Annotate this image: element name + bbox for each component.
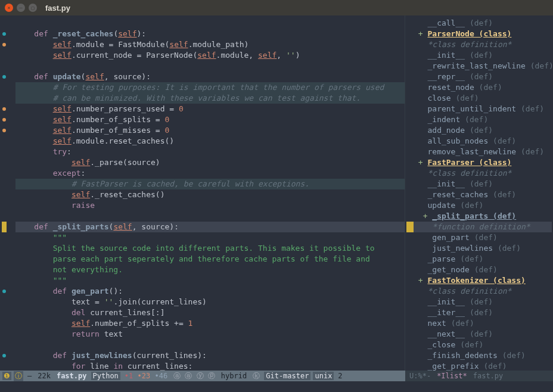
code-line[interactable]: self.number_of_splits += 1 (15, 318, 405, 329)
code-line[interactable] (15, 61, 405, 71)
fringe (8, 15, 13, 371)
right-file: fast.py (471, 372, 505, 380)
encoding: unix (313, 372, 334, 380)
flycheck: •1 •23 •46 (123, 372, 169, 380)
code-line[interactable]: return text (15, 329, 405, 340)
outline-item[interactable]: *class definition* (406, 39, 552, 50)
buffer-size: 22k (36, 372, 52, 380)
outline-item[interactable]: reset_node (def) (406, 82, 552, 93)
code-line[interactable]: self.module = FastModule(self.module_pat… (15, 39, 405, 50)
buffer-state: – (26, 372, 33, 380)
major-mode: Python (91, 372, 120, 380)
code-line[interactable]: # For testing purposes: It is important … (15, 82, 405, 93)
minor-modes: ⓐ ⓐ ⓨ ⓟ (172, 371, 217, 381)
editor-area: def _reset_caches(self): self.module = F… (0, 15, 553, 371)
code-line[interactable]: Split the source code into different par… (15, 243, 405, 254)
code-line[interactable]: self.number_of_splits = 0 (15, 114, 405, 125)
code-line[interactable]: # FastParser is cached, be careful with … (15, 179, 405, 189)
outline-item[interactable]: *function definition* (406, 222, 552, 232)
outline-item[interactable]: __init__ (def) (406, 179, 552, 189)
outline-item[interactable]: _get_prefix (def) (406, 361, 552, 371)
code-line[interactable]: def _reset_caches(self): (15, 29, 405, 39)
outline-item[interactable]: just_newlines (def) (406, 243, 552, 254)
outline-item[interactable]: __init__ (def) (406, 297, 552, 307)
code-pane[interactable]: def _reset_caches(self): self.module = F… (13, 15, 405, 371)
outline-item[interactable]: _reset_caches (def) (406, 189, 552, 200)
outline-item[interactable]: close (def) (406, 93, 552, 104)
outline-item[interactable]: *class definition* (406, 168, 552, 179)
kill-ring-icon: ⓚ (251, 371, 262, 381)
code-line[interactable] (15, 340, 405, 350)
outline-item[interactable]: + FastParser (class) (406, 157, 552, 168)
right-state: U:%*- (408, 372, 433, 380)
outline-item[interactable]: __call__ (def) (406, 18, 552, 29)
code-line[interactable]: self._parse(source) (15, 157, 405, 168)
evil-state: hybrid (219, 372, 248, 380)
code-line[interactable]: for line in current_lines: (15, 361, 405, 371)
titlebar: × – ▢ fast.py (0, 0, 553, 15)
code-line[interactable]: def update(self, source): (15, 71, 405, 82)
right-buffer: *Ilist* (435, 372, 469, 380)
outline-item[interactable]: *class definition* (406, 286, 552, 297)
outline-item[interactable]: parent_until_indent (def) (406, 104, 552, 114)
code-line[interactable]: text = ''.join(current_lines) (15, 297, 405, 307)
outline-item[interactable]: + FastTokenizer (class) (406, 275, 552, 286)
outline-item[interactable]: update (def) (406, 200, 552, 211)
code-line[interactable]: self.number_of_misses = 0 (15, 125, 405, 136)
outline-item[interactable]: __next__ (def) (406, 329, 552, 340)
modeline-left[interactable]: ❶ⓘ – 22k fast.py Python •1 •23 •46 ⓐ ⓐ ⓨ… (0, 371, 405, 381)
code-line[interactable]: del current_lines[:] (15, 307, 405, 318)
vcs-branch: Git-master (264, 372, 310, 380)
code-line[interactable]: """ (15, 232, 405, 243)
code-line[interactable] (15, 18, 405, 29)
outline-item[interactable]: add_node (def) (406, 125, 552, 136)
outline-item[interactable]: + _split_parts (def) (406, 211, 552, 222)
code-line[interactable]: parse each part seperately and therefore… (15, 254, 405, 265)
info-icon: ⓘ (14, 371, 23, 381)
gutter (0, 15, 8, 371)
outline-item[interactable]: remove_last_newline (def) (406, 147, 552, 157)
code-line[interactable]: raise (15, 200, 405, 211)
outline-item[interactable]: _close (def) (406, 340, 552, 350)
code-line[interactable]: not everything. (15, 265, 405, 275)
outline-item[interactable]: __iter__ (def) (406, 307, 552, 318)
position: 2 (336, 372, 344, 380)
outline-item[interactable]: _indent (def) (406, 114, 552, 125)
code-line[interactable]: except: (15, 168, 405, 179)
code-line[interactable]: self.current_node = ParserNode(self.modu… (15, 50, 405, 61)
code-line[interactable]: # can be minimized. With these variables… (15, 93, 405, 104)
code-line[interactable]: """ (15, 275, 405, 286)
outline-item[interactable]: __repr__ (def) (406, 71, 552, 82)
minimize-button[interactable]: – (17, 4, 25, 12)
outline-item[interactable]: gen_part (def) (406, 232, 552, 243)
outline-item[interactable]: _parse (def) (406, 254, 552, 265)
outline-item[interactable]: _get_node (def) (406, 265, 552, 275)
minibuffer[interactable] (0, 381, 553, 392)
outline-item[interactable]: _finish_dedents (def) (406, 350, 552, 361)
warning-icon: ❶ (2, 372, 11, 380)
code-line[interactable]: def just_newlines(current_lines): (15, 350, 405, 361)
window-controls: × – ▢ (5, 4, 37, 12)
outline-item[interactable]: _rewrite_last_newline (def) (406, 61, 552, 71)
code-line[interactable]: self.module.reset_caches() (15, 136, 405, 147)
code-line[interactable]: def gen_part(): (15, 286, 405, 297)
modeline-right[interactable]: U:%*- *Ilist* fast.py (405, 371, 553, 381)
outline-pane[interactable]: __call__ (def) + ParserNode (class) *cla… (405, 15, 553, 371)
outline-item[interactable]: + ParserNode (class) (406, 29, 552, 39)
close-button[interactable]: × (5, 4, 13, 12)
outline-item[interactable]: __init__ (def) (406, 50, 552, 61)
outline-item[interactable]: next (def) (406, 318, 552, 329)
code-line[interactable]: self.number_parsers_used = 0 (15, 104, 405, 114)
buffer-file: fast.py (55, 372, 89, 380)
maximize-button[interactable]: ▢ (29, 4, 37, 12)
code-line[interactable] (15, 211, 405, 222)
outline-item[interactable]: all_sub_nodes (def) (406, 136, 552, 147)
code-line[interactable]: self._reset_caches() (15, 189, 405, 200)
modelines: ❶ⓘ – 22k fast.py Python •1 •23 •46 ⓐ ⓐ ⓨ… (0, 371, 553, 381)
code-line[interactable]: def _split_parts(self, source): (15, 222, 405, 232)
window-title: fast.py (45, 4, 70, 13)
code-line[interactable]: try: (15, 147, 405, 157)
